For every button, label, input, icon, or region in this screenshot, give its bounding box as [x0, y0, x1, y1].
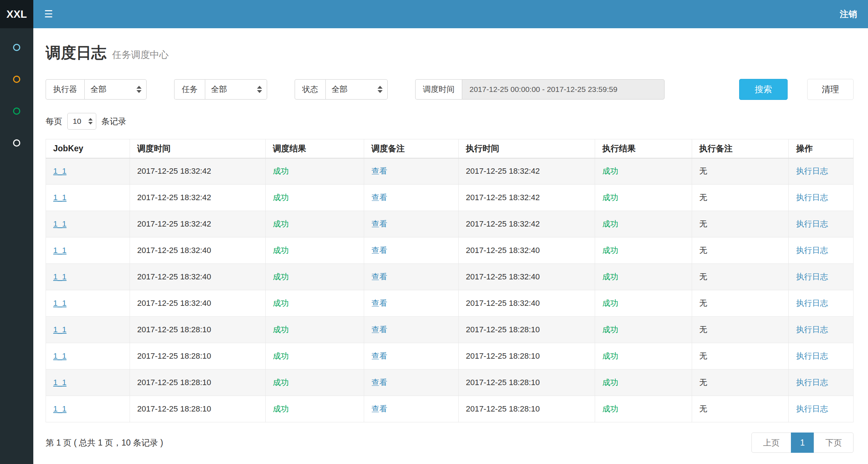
trigger-msg-link[interactable]: 查看	[371, 325, 387, 334]
handle-result-cell: 成功	[595, 211, 692, 237]
handle-msg-cell: 无	[692, 317, 789, 343]
table-row: 1_1 2017-12-25 18:28:10 成功 查看 2017-12-25…	[46, 396, 854, 422]
select-stepper-icon	[136, 86, 142, 93]
next-page-button[interactable]: 下页	[814, 433, 854, 453]
executor-select[interactable]: 全部	[84, 79, 147, 100]
circle-icon	[13, 107, 20, 115]
header-trigger-result[interactable]: 调度结果	[265, 139, 364, 158]
page-size-value: 10	[73, 117, 81, 126]
trigger-time-input[interactable]: 2017-12-25 00:00:00 - 2017-12-25 23:59:5…	[462, 79, 665, 100]
header-trigger-msg[interactable]: 调度备注	[364, 139, 458, 158]
jobkey-link[interactable]: 1_1	[53, 246, 67, 255]
trigger-msg-cell: 查看	[364, 290, 458, 317]
page-header: 调度日志 任务调度中心	[46, 43, 854, 63]
handle-result-cell: 成功	[595, 396, 692, 422]
current-page-button[interactable]: 1	[791, 433, 814, 453]
table-row: 1_1 2017-12-25 18:32:42 成功 查看 2017-12-25…	[46, 158, 854, 185]
header-handle-msg[interactable]: 执行备注	[692, 139, 789, 158]
trigger-msg-link[interactable]: 查看	[371, 219, 387, 228]
job-select[interactable]: 全部	[205, 79, 267, 100]
header-handle-result[interactable]: 执行结果	[595, 139, 692, 158]
jobkey-link[interactable]: 1_1	[53, 351, 67, 360]
header-action[interactable]: 操作	[789, 139, 854, 158]
handle-msg-cell: 无	[692, 290, 789, 317]
jobkey-cell: 1_1	[46, 264, 130, 290]
table-row: 1_1 2017-12-25 18:32:40 成功 查看 2017-12-25…	[46, 290, 854, 317]
sidebar-item-1[interactable]	[13, 43, 20, 52]
trigger-msg-cell: 查看	[364, 343, 458, 370]
page-size-suffix: 条记录	[101, 116, 126, 127]
jobkey-link[interactable]: 1_1	[53, 325, 67, 334]
prev-page-button[interactable]: 上页	[751, 433, 791, 453]
jobkey-cell: 1_1	[46, 343, 130, 370]
handle-time-cell: 2017-12-25 18:32:42	[459, 185, 595, 211]
table-row: 1_1 2017-12-25 18:32:40 成功 查看 2017-12-25…	[46, 237, 854, 264]
trigger-result-cell: 成功	[265, 317, 364, 343]
handle-msg-cell: 无	[692, 237, 789, 264]
sidebar-item-2[interactable]	[13, 75, 20, 84]
jobkey-link[interactable]: 1_1	[53, 193, 67, 202]
jobkey-cell: 1_1	[46, 317, 130, 343]
trigger-msg-link[interactable]: 查看	[371, 378, 387, 387]
trigger-time-cell: 2017-12-25 18:32:42	[130, 158, 266, 185]
job-selected-value: 全部	[211, 84, 227, 95]
jobkey-link[interactable]: 1_1	[53, 378, 67, 387]
exec-log-link[interactable]: 执行日志	[796, 193, 828, 202]
executor-selected-value: 全部	[90, 84, 106, 95]
exec-log-link[interactable]: 执行日志	[796, 246, 828, 255]
trigger-msg-link[interactable]: 查看	[371, 299, 387, 308]
clear-button[interactable]: 清理	[807, 79, 854, 100]
sidebar-item-4[interactable]	[13, 138, 20, 148]
exec-log-link[interactable]: 执行日志	[796, 166, 828, 176]
jobkey-link[interactable]: 1_1	[53, 299, 67, 308]
sidebar-toggle-icon[interactable]: ☰	[44, 9, 53, 19]
trigger-result-cell: 成功	[265, 158, 364, 185]
trigger-time-cell: 2017-12-25 18:32:40	[130, 290, 266, 317]
handle-result-cell: 成功	[595, 158, 692, 185]
trigger-msg-link[interactable]: 查看	[371, 166, 387, 176]
handle-msg-cell: 无	[692, 343, 789, 370]
handle-time-cell: 2017-12-25 18:28:10	[459, 396, 595, 422]
search-button[interactable]: 搜索	[739, 79, 788, 100]
exec-log-link[interactable]: 执行日志	[796, 404, 828, 413]
handle-time-cell: 2017-12-25 18:28:10	[459, 317, 595, 343]
jobkey-link[interactable]: 1_1	[53, 404, 67, 413]
header-handle-time[interactable]: 执行时间	[459, 139, 595, 158]
trigger-msg-link[interactable]: 查看	[371, 404, 387, 413]
filter-executor: 执行器 全部	[46, 79, 147, 100]
trigger-msg-link[interactable]: 查看	[371, 193, 387, 202]
trigger-msg-cell: 查看	[364, 264, 458, 290]
exec-log-link[interactable]: 执行日志	[796, 325, 828, 334]
status-selected-value: 全部	[332, 84, 347, 95]
exec-log-link[interactable]: 执行日志	[796, 378, 828, 387]
header-trigger-time[interactable]: 调度时间	[130, 139, 266, 158]
top-navbar: XXL ☰ 注销	[0, 0, 868, 28]
trigger-result-cell: 成功	[265, 290, 364, 317]
header-jobkey[interactable]: JobKey	[46, 139, 130, 158]
trigger-result-cell: 成功	[265, 370, 364, 396]
exec-log-link[interactable]: 执行日志	[796, 351, 828, 360]
app-logo[interactable]: XXL	[0, 0, 33, 28]
trigger-msg-link[interactable]: 查看	[371, 246, 387, 255]
trigger-msg-cell: 查看	[364, 158, 458, 185]
trigger-msg-link[interactable]: 查看	[371, 351, 387, 360]
handle-time-cell: 2017-12-25 18:32:42	[459, 158, 595, 185]
status-select[interactable]: 全部	[325, 79, 388, 100]
exec-log-link[interactable]: 执行日志	[796, 219, 828, 228]
logout-link[interactable]: 注销	[840, 8, 857, 20]
jobkey-cell: 1_1	[46, 290, 130, 317]
trigger-time-cell: 2017-12-25 18:28:10	[130, 343, 266, 370]
handle-time-cell: 2017-12-25 18:28:10	[459, 370, 595, 396]
action-cell: 执行日志	[789, 211, 854, 237]
sidebar-item-3[interactable]	[13, 106, 20, 116]
jobkey-link[interactable]: 1_1	[53, 219, 67, 228]
trigger-msg-link[interactable]: 查看	[371, 272, 387, 281]
exec-log-link[interactable]: 执行日志	[796, 299, 828, 308]
jobkey-link[interactable]: 1_1	[53, 166, 67, 176]
handle-msg-cell: 无	[692, 211, 789, 237]
trigger-result-cell: 成功	[265, 211, 364, 237]
exec-log-link[interactable]: 执行日志	[796, 272, 828, 281]
jobkey-link[interactable]: 1_1	[53, 272, 67, 281]
page-size-select[interactable]: 10	[67, 113, 96, 130]
trigger-time-label: 调度时间	[415, 79, 462, 100]
